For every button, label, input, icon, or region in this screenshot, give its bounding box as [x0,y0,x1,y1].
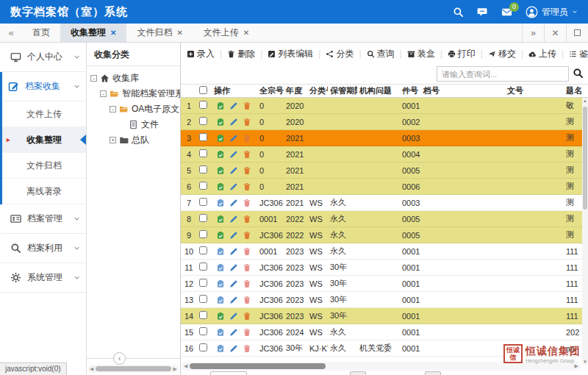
chat-icon[interactable] [477,7,488,18]
row-checkbox[interactable] [199,117,207,125]
tabs-scroll-right-icon[interactable]: » [522,24,544,42]
pencil-icon[interactable] [229,182,238,191]
table-row-6[interactable]: 6020210006测 [181,179,588,195]
tab-close-icon[interactable]: ✕ [176,29,182,37]
table-row-15[interactable]: 15JC3062024WS永久0001202 [181,324,588,340]
row-checkbox[interactable] [199,198,207,206]
trash-icon[interactable] [243,312,251,321]
clipboard-check-icon[interactable] [216,312,225,321]
toolbar-button-1[interactable]: 删除 [226,48,257,60]
sidebar-subitem[interactable]: 文件上传 [2,101,86,127]
tree-node[interactable]: -智能档案管理系统 [87,86,180,101]
tree-toggle-collapse-icon[interactable]: - [90,75,97,82]
table-row-4[interactable]: 4020210004测 [181,146,588,162]
table-row-3[interactable]: 3020210003测 [181,130,588,146]
pencil-icon[interactable] [229,263,238,272]
tab-1[interactable]: 首页 [22,24,60,42]
row-checkbox[interactable] [199,279,207,287]
trash-icon[interactable] [243,166,251,175]
pencil-icon[interactable] [229,166,238,175]
row-checkbox[interactable] [199,295,207,303]
scroll-left-arrow-icon[interactable]: ◀ [182,363,190,369]
trash-icon[interactable] [243,231,251,240]
trash-icon[interactable] [243,344,251,353]
select-all-checkbox[interactable] [199,86,207,94]
pencil-icon[interactable] [229,134,238,143]
pencil-icon[interactable] [229,118,238,126]
row-checkbox[interactable] [199,149,207,157]
toolbar-button-5[interactable]: 装盒 [406,48,437,60]
table-row-8[interactable]: 800012022WS永久0005测 [181,211,588,227]
sidebar-subitem[interactable]: 离线著录 [2,179,86,204]
scroll-up-arrow-icon[interactable]: ▲ [582,99,588,103]
pencil-icon[interactable] [229,344,238,353]
clipboard-check-icon[interactable] [216,101,225,110]
tree-node[interactable]: -OA电子原文在线归档 [87,101,180,117]
trash-icon[interactable] [243,296,251,304]
clipboard-check-icon[interactable] [216,118,225,126]
pencil-icon[interactable] [229,328,238,337]
toolbar-button-6[interactable]: 打印 [446,48,477,60]
tree-horizontal-scrollbar[interactable]: ◀ ▶ [88,365,179,373]
row-checkbox[interactable] [199,133,207,141]
table-row-10[interactable]: 1000012023WS永久0001111 [181,243,588,260]
sidebar-item-1[interactable]: 档案收集 [2,72,86,101]
table-row-1[interactable]: 1020200001敬 [181,98,588,114]
pencil-icon[interactable] [229,279,238,288]
trash-icon[interactable] [243,328,251,337]
table-row-11[interactable]: 11JC3062023WS30年0001111 [181,260,588,276]
sidebar-item-2[interactable]: 档案管理 [0,204,86,234]
search-button[interactable] [570,67,585,82]
row-checkbox[interactable] [199,230,207,238]
clipboard-check-icon[interactable] [216,328,225,337]
tree-node[interactable]: 文件 [87,117,180,132]
trash-icon[interactable] [243,199,251,207]
scroll-right-arrow-icon[interactable]: ▶ [172,366,179,372]
maximize-icon[interactable] [566,24,588,42]
scroll-left-arrow-icon[interactable]: ◀ [88,366,95,372]
sidebar-subitem[interactable]: ▸收集整理 [2,127,86,153]
pencil-icon[interactable] [229,312,238,321]
table-row-14[interactable]: 14JC3062023WS30年0001111 [181,308,588,324]
clipboard-check-icon[interactable] [216,279,225,288]
toolbar-button-7[interactable]: 移交 [487,48,517,60]
row-checkbox[interactable] [199,246,207,254]
clipboard-check-icon[interactable] [216,263,225,272]
row-checkbox[interactable] [199,327,207,335]
user-menu[interactable]: 管理员 [526,6,578,18]
panel-collapse-button[interactable]: ‹ [113,352,126,365]
trash-icon[interactable] [243,247,251,256]
tab-3[interactable]: 文件归档✕ [126,24,193,42]
clipboard-check-icon[interactable] [216,296,225,304]
tree-node[interactable]: -收集库 [87,71,180,86]
trash-icon[interactable] [243,215,251,224]
clipboard-check-icon[interactable] [216,134,225,143]
table-row-2[interactable]: 2020200002测 [181,114,588,130]
tab-2[interactable]: 收集整理✕ [60,24,126,42]
clipboard-check-icon[interactable] [216,231,225,240]
scroll-right-arrow-icon[interactable]: ▶ [573,363,581,369]
clipboard-check-icon[interactable] [216,166,225,175]
pencil-icon[interactable] [229,101,238,110]
pencil-icon[interactable] [229,215,238,224]
clipboard-check-icon[interactable] [216,247,225,256]
tab-close-icon[interactable]: ✕ [243,29,249,37]
clipboard-check-icon[interactable] [216,199,225,207]
row-checkbox[interactable] [199,101,207,109]
table-row-13[interactable]: 13JC3062023WS30年0001111 [181,292,588,308]
tree-toggle-expand-icon[interactable]: + [110,137,116,143]
toolbar-button-4[interactable]: 查询 [365,48,396,60]
search-icon[interactable] [453,7,464,18]
toolbar-button-3[interactable]: 分类 [324,48,355,60]
sidebar-subitem[interactable]: 文件归档 [2,153,86,179]
toolbar-button-8[interactable]: 上传 [527,48,558,60]
pencil-icon[interactable] [229,247,238,256]
trash-icon[interactable] [243,263,251,272]
row-checkbox[interactable] [199,214,207,222]
row-checkbox[interactable] [199,165,207,174]
toolbar-button-2[interactable]: 列表编辑 [266,48,315,60]
row-checkbox[interactable] [199,311,207,319]
trash-icon[interactable] [243,118,251,126]
clipboard-check-icon[interactable] [216,150,225,159]
table-row-7[interactable]: 7JC3062021WS永久0003测 [181,195,588,211]
